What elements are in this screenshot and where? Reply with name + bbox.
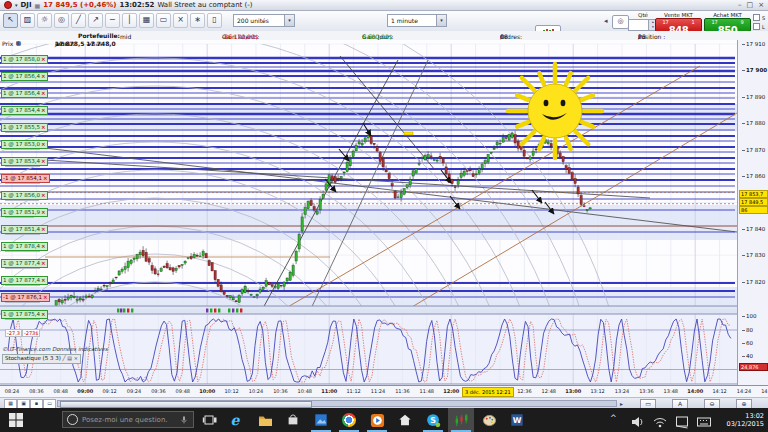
- vertical-line-tool-icon[interactable]: │: [122, 13, 137, 28]
- trash-tool-icon[interactable]: ▯: [207, 13, 222, 28]
- close-position-icon[interactable]: ×: [41, 260, 46, 266]
- store-icon: [286, 413, 300, 427]
- taskbar-clock[interactable]: 13:02 03/12/2015: [720, 412, 764, 428]
- close-position-icon[interactable]: ×: [41, 311, 46, 317]
- restore-button[interactable]: □: [747, 1, 754, 9]
- close-position-icon[interactable]: ×: [43, 294, 48, 300]
- star-tool-icon[interactable]: ☼: [37, 13, 52, 28]
- taskbar-word-button[interactable]: W: [504, 408, 530, 432]
- pane-scale-icon[interactable]: ±: [16, 40, 21, 46]
- position-search-icon[interactable]: ◎: [638, 33, 642, 39]
- mini-chart-icon: ▦: [35, 2, 41, 9]
- taskbar-edge-button[interactable]: e: [222, 408, 248, 432]
- scroll-right-icon[interactable]: ▸: [620, 399, 623, 408]
- taskbar-trading-app-button[interactable]: [448, 408, 474, 432]
- chevron-down-icon[interactable]: ▾: [436, 15, 446, 26]
- instrument-search-icon[interactable]: ◎: [612, 15, 629, 29]
- time-axis-label: 14:24: [732, 388, 756, 394]
- pane-title: Prix: [2, 40, 13, 47]
- scrollbar-thumb[interactable]: [60, 401, 312, 408]
- delete-drawing-tool-icon[interactable]: ×: [173, 13, 188, 28]
- day-range: Jour →Haut 17 878,5 →Bas 17 748,0: [55, 40, 116, 47]
- taskbar-paint-button[interactable]: [476, 408, 502, 432]
- taskbar-media-button[interactable]: [364, 408, 390, 432]
- trendline-tool-icon[interactable]: ↗: [88, 13, 103, 28]
- task-view-button[interactable]: [202, 412, 218, 428]
- symbol-dropdown-caret[interactable]: ▾: [15, 2, 18, 8]
- price-tag-sub: 86: [739, 206, 768, 214]
- buy-market-button[interactable]: 17850,9: [704, 18, 751, 32]
- time-axis-label: 10:12: [220, 388, 244, 394]
- checkbox-icon[interactable]: [753, 23, 760, 30]
- chevron-down-icon[interactable]: ▾: [284, 15, 294, 26]
- close-position-icon[interactable]: ×: [41, 107, 46, 113]
- close-position-icon[interactable]: ×: [41, 56, 46, 62]
- cursor-tool-icon[interactable]: ↖: [3, 13, 18, 28]
- edit-indicator-icon[interactable]: ╱: [63, 355, 66, 361]
- price-chart[interactable]: [0, 40, 737, 385]
- close-position-icon[interactable]: ×: [43, 175, 48, 181]
- textbox-tool-icon[interactable]: ▭: [156, 13, 171, 28]
- price-axis-label: 17 910: [742, 41, 765, 47]
- taskbar-skype-button[interactable]: S: [420, 408, 446, 432]
- price-axis-label: 17 880: [742, 120, 765, 126]
- close-position-icon[interactable]: ×: [41, 243, 46, 249]
- limit-order-checkbox[interactable]: L: [753, 23, 765, 30]
- time-axis[interactable]: 08:2408:3608:4809:0009:1209:2409:3609:48…: [0, 385, 768, 397]
- close-position-icon[interactable]: ×: [41, 124, 46, 130]
- close-indicator-icon[interactable]: ×: [74, 355, 78, 361]
- tray-chevron-icon[interactable]: ^: [610, 414, 617, 423]
- word-icon: W: [510, 413, 524, 427]
- taskbar-store-button[interactable]: [280, 408, 306, 432]
- taskbar-photos-button[interactable]: [308, 408, 334, 432]
- close-position-icon[interactable]: ×: [41, 141, 46, 147]
- horizontal-line-tool-icon[interactable]: ─: [105, 13, 120, 28]
- close-position-icon[interactable]: ×: [41, 209, 46, 215]
- cortana-search-box[interactable]: Posez-moi une question.: [62, 411, 194, 428]
- zoom-tool-icon[interactable]: ◎: [54, 13, 69, 28]
- timeframe-select[interactable]: 1 minute ▾: [387, 14, 447, 27]
- chart-scrollbar[interactable]: [57, 400, 617, 407]
- sell-market-button[interactable]: 17848,1: [655, 18, 702, 32]
- quantity-stepper[interactable]: ▴▾: [628, 19, 658, 31]
- microphone-icon[interactable]: [179, 414, 189, 426]
- close-button[interactable]: ×: [758, 1, 764, 9]
- segment-tool-icon[interactable]: ╱: [71, 13, 86, 28]
- svg-text:S: S: [430, 415, 436, 424]
- collapse-panel-icon[interactable]: ◂: [604, 16, 608, 26]
- close-position-icon[interactable]: ×: [41, 226, 46, 232]
- taskbar-home-button[interactable]: [392, 408, 418, 432]
- toolbar-tools: ↖▨☼◎╱↗─│▦▭×∗▯: [3, 13, 222, 28]
- stoch-axis-label: 100: [742, 313, 757, 319]
- close-position-icon[interactable]: ×: [41, 277, 46, 283]
- fibonacci-tool-icon[interactable]: ▦: [139, 13, 154, 28]
- close-position-icon[interactable]: ×: [41, 158, 46, 164]
- start-button[interactable]: [8, 412, 24, 428]
- taskbar-explorer-button[interactable]: [252, 408, 278, 432]
- photos-icon: [314, 413, 328, 427]
- eraser-tool-icon[interactable]: ▨: [20, 13, 35, 28]
- touch-keyboard-icon[interactable]: [696, 414, 712, 430]
- units-select[interactable]: 200 unités ▾: [233, 14, 295, 27]
- close-position-icon[interactable]: ×: [41, 73, 46, 79]
- delete-all-tool-icon[interactable]: ∗: [190, 13, 205, 28]
- time-axis-label: 08:24: [0, 388, 24, 394]
- action-center-icon[interactable]: [674, 414, 690, 430]
- orders-search-icon[interactable]: ◎: [500, 33, 504, 39]
- volume-icon[interactable]: [630, 414, 646, 430]
- taskbar-chrome-button[interactable]: [336, 408, 362, 432]
- portfolio-label: Portefeuille:: [78, 32, 120, 39]
- stop-order-checkbox[interactable]: S: [753, 14, 765, 21]
- time-axis-label: 12:00: [439, 388, 463, 394]
- close-position-icon[interactable]: ×: [41, 192, 46, 198]
- price-axis[interactable]: 17 91017 90017 89017 88017 87017 86017 8…: [737, 40, 768, 385]
- copy-indicator-icon[interactable]: ▤: [67, 355, 72, 361]
- minimize-button[interactable]: –: [738, 1, 742, 9]
- network-icon[interactable]: [652, 414, 668, 430]
- time-axis-label: 10:24: [244, 388, 268, 394]
- clock-time: 13:02: [720, 412, 764, 420]
- checkbox-icon[interactable]: [753, 14, 760, 21]
- time-axis-label: 14:12: [708, 388, 732, 394]
- time-axis-label: 10:48: [293, 388, 317, 394]
- close-position-icon[interactable]: ×: [41, 90, 46, 96]
